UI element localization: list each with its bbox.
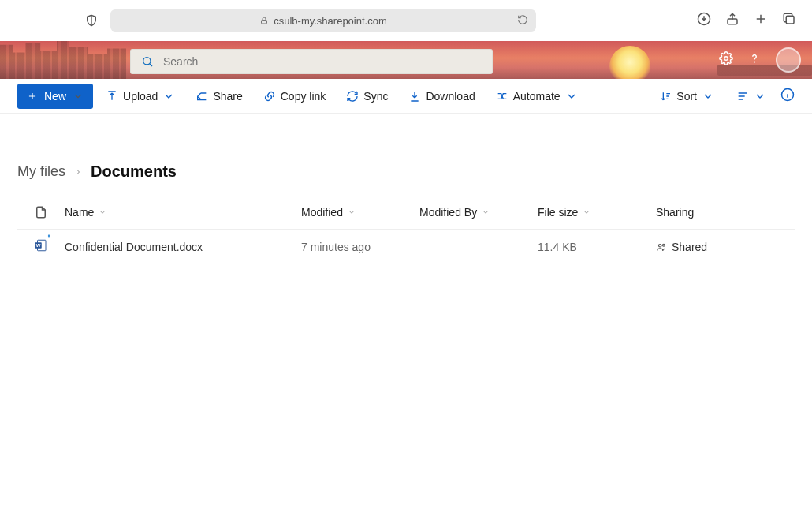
- help-icon[interactable]: [747, 51, 762, 69]
- svg-rect-3: [786, 16, 794, 24]
- url-host: csulb-my.sharepoint.com: [274, 15, 387, 27]
- share-label: Share: [213, 90, 242, 103]
- svg-point-11: [659, 244, 662, 247]
- col-name-label: Name: [65, 206, 94, 219]
- chevron-down-icon: [99, 208, 106, 216]
- svg-rect-2: [728, 19, 737, 24]
- download-icon: [408, 90, 421, 103]
- file-name: Confidential Document.docx: [65, 241, 203, 253]
- row-icon-cell: W: [17, 238, 65, 255]
- downloads-icon[interactable]: [697, 12, 711, 29]
- sharing-status: Shared: [672, 241, 707, 253]
- user-avatar[interactable]: [776, 47, 801, 73]
- flow-icon: [496, 90, 508, 103]
- chevron-down-icon: [754, 90, 766, 103]
- sort-label: Sort: [676, 90, 697, 103]
- column-header-modified-by[interactable]: Modified By: [419, 206, 538, 219]
- site-banner: [0, 41, 812, 79]
- new-tab-icon[interactable]: [754, 12, 768, 29]
- banner-art-buildings: [0, 41, 126, 79]
- breadcrumb-root[interactable]: My files: [17, 163, 65, 180]
- new-label: New: [44, 90, 66, 103]
- column-header-modified[interactable]: Modified: [301, 206, 419, 219]
- row-name-cell[interactable]: Confidential Document.docx: [65, 241, 301, 253]
- share-icon: [196, 90, 208, 103]
- col-sharing-label: Sharing: [656, 206, 694, 219]
- column-header-sharing[interactable]: Sharing: [656, 206, 774, 219]
- search-box[interactable]: [130, 49, 493, 74]
- download-label: Download: [426, 90, 475, 103]
- privacy-shield-icon[interactable]: [85, 14, 98, 27]
- command-bar: New Upload Share Copy link Sync Download…: [0, 79, 812, 114]
- row-sharing-cell[interactable]: Shared: [656, 241, 774, 253]
- tabs-overview-icon[interactable]: [782, 12, 796, 29]
- chevron-right-icon: [73, 167, 83, 177]
- table-header: Name Modified Modified By File size Shar…: [17, 195, 795, 230]
- col-file-size-label: File size: [538, 206, 578, 219]
- row-modified-cell: 7 minutes ago: [301, 241, 419, 253]
- search-icon: [141, 55, 154, 68]
- new-button[interactable]: New: [17, 84, 93, 109]
- people-icon: [656, 241, 667, 253]
- column-header-file-size[interactable]: File size: [538, 206, 656, 219]
- upload-button[interactable]: Upload: [98, 84, 183, 109]
- column-header-name[interactable]: Name: [65, 206, 301, 219]
- banner-art-sun: [609, 46, 650, 79]
- view-options-button[interactable]: [733, 84, 769, 109]
- address-bar[interactable]: csulb-my.sharepoint.com: [110, 9, 536, 32]
- breadcrumb-current: Documents: [91, 163, 177, 181]
- settings-icon[interactable]: [719, 51, 733, 69]
- share-overlay-icon: [45, 234, 53, 241]
- browser-chrome: csulb-my.sharepoint.com: [0, 0, 812, 41]
- word-doc-icon: W: [34, 238, 48, 255]
- share-sheet-icon[interactable]: [725, 12, 739, 29]
- sync-label: Sync: [363, 90, 388, 103]
- copy-link-label: Copy link: [281, 90, 326, 103]
- chevron-down-icon: [162, 90, 175, 103]
- plus-icon: [27, 91, 38, 102]
- file-type-icon: [34, 205, 48, 219]
- file-table: Name Modified Modified By File size Shar…: [17, 195, 795, 264]
- banner-utility-icons: [719, 41, 801, 79]
- col-modified-label: Modified: [301, 206, 343, 219]
- sort-icon: [659, 90, 672, 103]
- column-header-type[interactable]: [17, 205, 65, 219]
- search-input[interactable]: [163, 55, 482, 68]
- chevron-down-icon: [565, 90, 578, 103]
- svg-point-5: [724, 57, 728, 61]
- chevron-down-icon: [482, 208, 490, 216]
- sync-icon: [346, 90, 359, 103]
- svg-rect-0: [262, 21, 267, 24]
- upload-icon: [106, 90, 118, 103]
- automate-button[interactable]: Automate: [488, 84, 586, 109]
- svg-point-12: [662, 244, 665, 246]
- chevron-down-icon: [348, 208, 356, 216]
- details-pane-toggle[interactable]: [780, 88, 795, 104]
- col-modified-by-label: Modified By: [419, 206, 477, 219]
- table-row[interactable]: W Confidential Document.docx 7 minutes a…: [17, 230, 795, 264]
- lock-icon: [259, 16, 269, 25]
- upload-label: Upload: [123, 90, 158, 103]
- chevron-down-icon: [702, 90, 714, 103]
- link-icon: [263, 90, 276, 103]
- browser-right-controls: [697, 12, 796, 29]
- reload-icon[interactable]: [517, 14, 528, 28]
- sync-button[interactable]: Sync: [338, 84, 396, 109]
- chevron-down-icon: [583, 208, 590, 216]
- share-button[interactable]: Share: [188, 84, 250, 109]
- svg-point-6: [754, 62, 755, 62]
- svg-point-4: [143, 58, 151, 65]
- chevron-down-icon: [73, 91, 84, 102]
- row-file-size-cell: 11.4 KB: [538, 241, 656, 253]
- view-list-icon: [736, 90, 749, 103]
- copy-link-button[interactable]: Copy link: [255, 84, 334, 109]
- breadcrumb: My files Documents: [0, 114, 812, 195]
- sort-button[interactable]: Sort: [651, 84, 722, 109]
- download-button[interactable]: Download: [400, 84, 482, 109]
- info-icon: [780, 88, 795, 102]
- automate-label: Automate: [513, 90, 561, 103]
- svg-text:W: W: [36, 243, 41, 248]
